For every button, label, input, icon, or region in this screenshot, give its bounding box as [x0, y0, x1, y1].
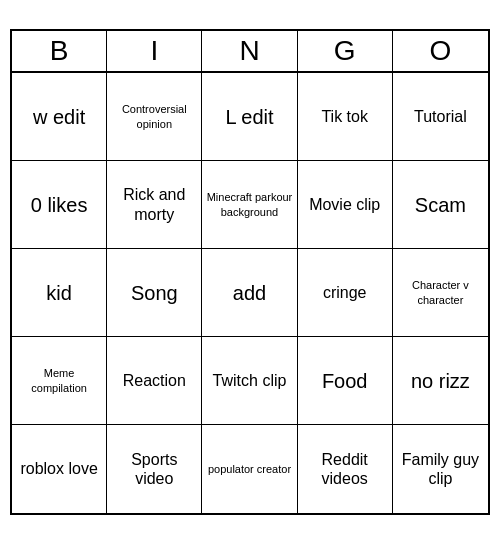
header-letter: N	[202, 31, 297, 71]
bingo-cell: Character v character	[393, 249, 488, 337]
header-letter: O	[393, 31, 488, 71]
bingo-cell: Movie clip	[298, 161, 393, 249]
bingo-cell: Meme compilation	[12, 337, 107, 425]
bingo-cell: Minecraft parkour background	[202, 161, 297, 249]
bingo-cell: Twitch clip	[202, 337, 297, 425]
bingo-header: BINGO	[12, 31, 488, 73]
bingo-cell: Food	[298, 337, 393, 425]
bingo-cell: Tutorial	[393, 73, 488, 161]
bingo-cell: Reddit videos	[298, 425, 393, 513]
header-letter: G	[298, 31, 393, 71]
bingo-cell: roblox love	[12, 425, 107, 513]
bingo-cell: Sports video	[107, 425, 202, 513]
bingo-cell: Family guy clip	[393, 425, 488, 513]
bingo-cell: Rick and morty	[107, 161, 202, 249]
bingo-cell: Song	[107, 249, 202, 337]
bingo-cell: no rizz	[393, 337, 488, 425]
bingo-cell: Reaction	[107, 337, 202, 425]
bingo-cell: L edit	[202, 73, 297, 161]
bingo-card: BINGO w editControversial opinionL editT…	[10, 29, 490, 515]
bingo-cell: Controversial opinion	[107, 73, 202, 161]
bingo-cell: Scam	[393, 161, 488, 249]
bingo-cell: w edit	[12, 73, 107, 161]
bingo-grid: w editControversial opinionL editTik tok…	[12, 73, 488, 513]
bingo-cell: populator creator	[202, 425, 297, 513]
header-letter: I	[107, 31, 202, 71]
bingo-cell: Tik tok	[298, 73, 393, 161]
header-letter: B	[12, 31, 107, 71]
bingo-cell: kid	[12, 249, 107, 337]
bingo-cell: cringe	[298, 249, 393, 337]
bingo-cell: 0 likes	[12, 161, 107, 249]
bingo-cell: add	[202, 249, 297, 337]
